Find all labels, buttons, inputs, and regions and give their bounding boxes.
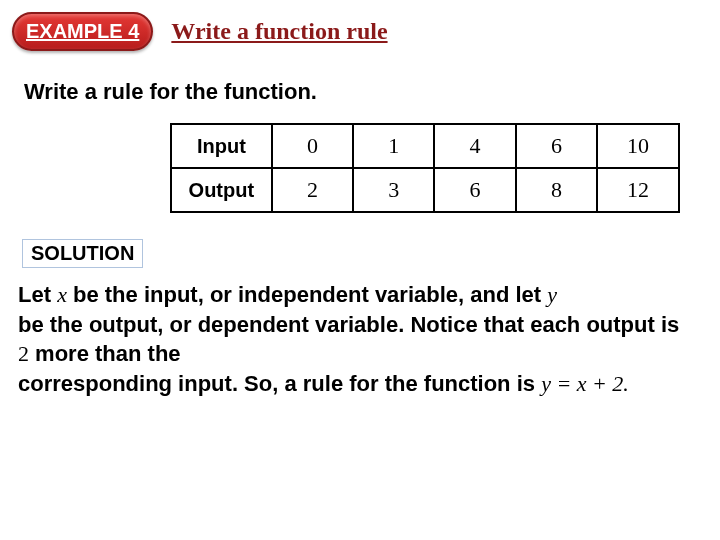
output-label: Output [171,168,272,212]
text: Notice that each output is [404,312,679,337]
input-cell: 1 [353,124,434,168]
io-table: Input 0 1 4 6 10 Output 2 3 6 8 12 [170,123,680,213]
num-2: 2 [18,341,29,366]
input-cell: 4 [434,124,515,168]
explanation-text: Let x be the input, or independent varia… [18,280,696,399]
table-row: Input 0 1 4 6 10 [171,124,679,168]
prompt-text: Write a rule for the function. [24,79,720,105]
text: Let [18,282,57,307]
page-title: Write a function rule [171,18,387,45]
input-label: Input [171,124,272,168]
output-cell: 2 [272,168,353,212]
input-cell: 0 [272,124,353,168]
text: and let [464,282,547,307]
var-x: x [57,282,67,307]
text: corresponding input. [18,371,238,396]
input-cell: 6 [516,124,597,168]
text: be the input, or independent variable, [67,282,464,307]
header: EXAMPLE 4 Write a function rule [0,0,720,51]
var-y: y [547,282,557,307]
function-table: Input 0 1 4 6 10 Output 2 3 6 8 12 [170,123,680,213]
solution-label: SOLUTION [22,239,143,268]
text: be the output, or dependent variable. [18,312,404,337]
output-cell: 12 [597,168,679,212]
table-row: Output 2 3 6 8 12 [171,168,679,212]
input-cell: 10 [597,124,679,168]
equation: y = x + 2. [541,371,629,396]
example-badge: EXAMPLE 4 [12,12,153,51]
text: So, a rule for the function is [238,371,541,396]
output-cell: 3 [353,168,434,212]
output-cell: 8 [516,168,597,212]
output-cell: 6 [434,168,515,212]
text: more than the [29,341,181,366]
